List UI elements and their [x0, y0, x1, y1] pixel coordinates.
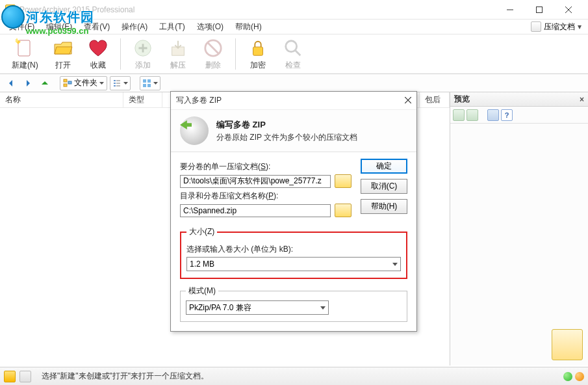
size-label: 选择或输入卷大小 (单位为 kB): — [186, 244, 401, 255]
titlebar: PowerArchiver 2015 Professional — [0, 0, 588, 20]
menu-edit[interactable]: 编辑(E) — [41, 20, 77, 34]
ok-button[interactable]: 确定 — [361, 159, 407, 174]
new-button[interactable]: 新建(N) — [6, 36, 44, 72]
svg-rect-13 — [114, 83, 116, 84]
col-after[interactable]: 包后 — [420, 92, 450, 107]
statusbar: 选择"新建"来创建或"打开"来打开一个压缩文档。 — [0, 367, 588, 385]
delete-icon — [203, 38, 223, 58]
new-icon — [14, 38, 35, 59]
svg-rect-7 — [253, 47, 262, 55]
preview-close-icon[interactable]: × — [580, 95, 584, 104]
svg-rect-19 — [147, 79, 151, 83]
folders-dropdown[interactable]: 文件夹 — [60, 76, 107, 90]
preview-tool-3[interactable] — [487, 109, 499, 121]
extract-icon — [168, 38, 188, 58]
size-fieldset: 大小(Z) 选择或输入卷大小 (单位为 kB): 1.2 MB — [180, 226, 407, 279]
mode-combo[interactable]: PkZip/PA 7.0 兼容 — [186, 300, 329, 315]
check-label: 检查 — [285, 60, 301, 71]
extract-button[interactable]: 解压 — [162, 36, 194, 72]
menu-help[interactable]: 帮助(H) — [230, 20, 267, 34]
open-button[interactable]: 打开 — [47, 36, 79, 72]
close-button[interactable] — [554, 1, 583, 19]
dialog-header-sub: 分卷原始 ZIP 文件为多个较小的压缩文档 — [216, 132, 357, 143]
list-view-icon — [112, 79, 121, 88]
svg-rect-15 — [116, 80, 120, 81]
cancel-button[interactable]: 取消(C) — [361, 179, 407, 194]
add-label: 添加 — [135, 60, 151, 71]
dest-input[interactable] — [180, 204, 331, 217]
menu-file[interactable]: 文件(F) — [4, 20, 40, 34]
svg-rect-11 — [68, 81, 71, 84]
source-browse-button[interactable] — [335, 174, 352, 188]
dialog-header: 编写多卷 ZIP 分卷原始 ZIP 文件为多个较小的压缩文档 — [171, 110, 416, 152]
chevron-down-icon[interactable]: ▾ — [578, 22, 582, 31]
svg-rect-16 — [116, 83, 120, 84]
menubar: 文件(F) 编辑(E) 查看(V) 操作(A) 工具(T) 选项(O) 帮助(H… — [0, 20, 588, 34]
menu-tool[interactable]: 工具(T) — [154, 20, 190, 34]
col-type[interactable]: 类型 — [123, 92, 162, 107]
span-zip-dialog: 写入多卷 ZIP 编写多卷 ZIP 分卷原始 ZIP 文件为多个较小的压缩文档 … — [170, 91, 417, 332]
status-icon-2[interactable] — [19, 371, 31, 382]
add-icon — [133, 38, 153, 58]
chevron-down-icon — [392, 263, 398, 266]
navbar: 文件夹 — [0, 74, 588, 92]
size-legend: 大小(Z) — [186, 226, 217, 237]
document-icon — [531, 21, 541, 32]
status-icon-1[interactable] — [4, 371, 16, 382]
new-label: 新建(N) — [12, 60, 38, 71]
dialog-body: 要分卷的单一压缩文档(S): 目录和分卷压缩文档名称(P): 确定 取消(C) … — [171, 152, 416, 331]
status-dot-orange — [575, 372, 584, 381]
dialog-close-button[interactable] — [405, 96, 411, 105]
delete-button[interactable]: 删除 — [198, 36, 229, 72]
dialog-titlebar: 写入多卷 ZIP — [171, 92, 416, 110]
preview-help-icon[interactable]: ? — [501, 109, 513, 121]
preview-tool-2[interactable] — [467, 109, 478, 121]
delete-label: 删除 — [205, 60, 221, 71]
minimize-button[interactable] — [495, 1, 524, 19]
window-title: PowerArchiver 2015 Professional — [19, 5, 495, 14]
svg-rect-1 — [18, 40, 30, 56]
mode-value: PkZip/PA 7.0 兼容 — [189, 302, 251, 313]
view-dropdown[interactable] — [110, 76, 131, 90]
add-button[interactable]: 添加 — [127, 36, 159, 72]
menu-action[interactable]: 操作(A) — [116, 20, 153, 34]
col-name[interactable]: 名称 — [0, 92, 123, 107]
compressed-doc-label[interactable]: 压缩文档 — [544, 21, 575, 33]
menu-view[interactable]: 查看(V) — [79, 20, 115, 34]
help-button[interactable]: 帮助(H) — [361, 199, 407, 214]
nav-back-button[interactable] — [4, 76, 18, 90]
dialog-header-title: 编写多卷 ZIP — [216, 119, 357, 131]
dest-label: 目录和分卷压缩文档名称(P): — [180, 191, 352, 202]
svg-point-8 — [285, 40, 296, 51]
dest-browse-button[interactable] — [335, 204, 352, 217]
heart-icon — [88, 38, 109, 59]
grid-icon — [142, 79, 151, 88]
svg-rect-10 — [64, 84, 67, 86]
folders-label: 文件夹 — [74, 77, 97, 88]
encrypt-label: 加密 — [250, 60, 266, 71]
chevron-down-icon — [320, 306, 326, 310]
nav-up-button[interactable] — [38, 76, 52, 90]
preview-toolbar: ? — [450, 107, 588, 124]
size-combo[interactable]: 1.2 MB — [186, 257, 401, 271]
dialog-title: 写入多卷 ZIP — [176, 95, 222, 106]
menu-option[interactable]: 选项(O) — [192, 20, 229, 34]
status-text: 选择"新建"来创建或"打开"来打开一个压缩文档。 — [42, 371, 209, 382]
source-input[interactable] — [180, 175, 331, 188]
style-dropdown[interactable] — [140, 76, 160, 90]
nav-forward-button[interactable] — [21, 76, 35, 90]
svg-rect-14 — [114, 85, 116, 86]
cd-icon — [180, 116, 209, 145]
encrypt-button[interactable]: 加密 — [242, 36, 274, 72]
check-button[interactable]: 检查 — [277, 36, 309, 72]
favorite-label: 收藏 — [90, 60, 106, 71]
preview-tool-1[interactable] — [453, 109, 465, 121]
svg-rect-0 — [536, 7, 542, 12]
size-value: 1.2 MB — [190, 259, 214, 269]
preview-panel: 预览 × ? — [450, 92, 588, 365]
check-icon — [283, 38, 303, 58]
maximize-button[interactable] — [524, 1, 554, 19]
favorite-button[interactable]: 收藏 — [83, 36, 114, 72]
mode-legend: 模式(M) — [186, 285, 218, 297]
extract-label: 解压 — [170, 60, 186, 71]
